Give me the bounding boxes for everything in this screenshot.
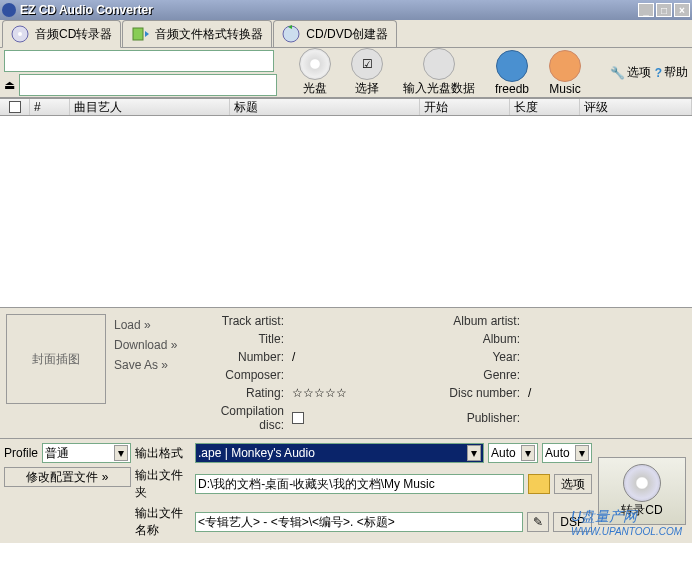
- download-cover-link[interactable]: Download »: [114, 338, 194, 352]
- disc-icon: [623, 464, 661, 502]
- app-icon: [2, 3, 16, 17]
- metadata-panel: 封面插图 Load » Download » Save As » Track a…: [0, 308, 692, 439]
- quality-select-2[interactable]: Auto▾: [542, 443, 592, 463]
- outfilename-input[interactable]: <专辑艺人> - <专辑>\<编号>. <标题>: [195, 512, 523, 532]
- wrench-icon: 🔧: [610, 66, 625, 80]
- chevron-down-icon: ▾: [114, 445, 128, 461]
- input-disc-data-button[interactable]: 输入光盘数据: [403, 48, 475, 97]
- maximize-button[interactable]: □: [656, 3, 672, 17]
- close-button[interactable]: ×: [674, 3, 690, 17]
- burn-icon: [282, 25, 302, 43]
- drive-select-2[interactable]: [19, 74, 277, 96]
- album-label: Album:: [420, 332, 520, 346]
- col-rating[interactable]: 评级: [580, 99, 692, 115]
- col-start[interactable]: 开始: [420, 99, 510, 115]
- filename-edit-button[interactable]: ✎: [527, 512, 549, 532]
- tab-label: CD/DVD创建器: [306, 26, 388, 43]
- col-artist[interactable]: 曲目艺人: [70, 99, 230, 115]
- convert-icon: [131, 25, 151, 43]
- tab-label: 音频文件格式转换器: [155, 26, 263, 43]
- number-label: Number:: [194, 350, 284, 364]
- options-link[interactable]: 🔧 选项: [610, 64, 651, 81]
- label: freedb: [495, 82, 529, 96]
- drive-select[interactable]: [4, 50, 274, 72]
- select-icon: ☑: [351, 48, 383, 80]
- label: Music: [549, 82, 580, 96]
- genre-label: Genre:: [420, 368, 520, 382]
- compilation-check[interactable]: [292, 412, 412, 424]
- publisher-label: Publisher:: [420, 411, 520, 425]
- quality-select-1[interactable]: Auto▾: [488, 443, 538, 463]
- label: 选项: [627, 64, 651, 81]
- saveas-cover-link[interactable]: Save As »: [114, 358, 194, 372]
- col-number[interactable]: #: [30, 99, 70, 115]
- checkbox[interactable]: [9, 101, 21, 113]
- col-title[interactable]: 标题: [230, 99, 420, 115]
- tab-disc-burner[interactable]: CD/DVD创建器: [273, 20, 397, 47]
- discnum-value: /: [528, 386, 648, 400]
- music-icon: [549, 50, 581, 82]
- edit-profile-button[interactable]: 修改配置文件 »: [4, 467, 131, 487]
- col-length[interactable]: 长度: [510, 99, 580, 115]
- discnum-label: Disc number:: [420, 386, 520, 400]
- number-value: /: [292, 350, 412, 364]
- profile-select[interactable]: 普通▾: [42, 443, 131, 463]
- help-link[interactable]: ? 帮助: [655, 64, 688, 81]
- tab-audio-converter[interactable]: 音频文件格式转换器: [122, 20, 272, 47]
- window-title: EZ CD Audio Converter: [20, 3, 636, 17]
- outfolder-input[interactable]: D:\我的文档-桌面-收藏夹\我的文档\My Music: [195, 474, 524, 494]
- rip-label: 转录CD: [621, 502, 662, 519]
- outfolder-label: 输出文件夹: [135, 467, 191, 501]
- load-cover-link[interactable]: Load »: [114, 318, 194, 332]
- composer-label: Composer:: [194, 368, 284, 382]
- folder-options-button[interactable]: 选项: [554, 474, 592, 494]
- albumartist-label: Album artist:: [420, 314, 520, 328]
- label: 输入光盘数据: [403, 80, 475, 97]
- svg-point-1: [18, 32, 22, 36]
- output-panel: Profile 普通▾ 修改配置文件 » 输出格式 .ape | Monkey'…: [0, 439, 692, 543]
- svg-rect-2: [133, 28, 143, 40]
- cover-art[interactable]: 封面插图: [6, 314, 106, 404]
- compilation-label: Compilation disc:: [194, 404, 284, 432]
- disc-button[interactable]: 光盘: [299, 48, 331, 97]
- title-label: Title:: [194, 332, 284, 346]
- label: 光盘: [303, 80, 327, 97]
- freedb-button[interactable]: freedb: [495, 50, 529, 96]
- eject-icon[interactable]: ⏏: [4, 78, 15, 92]
- disc-data-icon: [423, 48, 455, 80]
- select-button[interactable]: ☑ 选择: [351, 48, 383, 97]
- freedb-icon: [496, 50, 528, 82]
- cover-placeholder: 封面插图: [32, 351, 80, 368]
- rip-cd-button[interactable]: 转录CD: [598, 457, 686, 525]
- rating-stars[interactable]: ☆☆☆☆☆: [292, 386, 412, 400]
- format-select[interactable]: .ape | Monkey's Audio▾: [195, 443, 484, 463]
- col-check[interactable]: [0, 99, 30, 115]
- music-button[interactable]: Music: [549, 50, 581, 96]
- browse-folder-button[interactable]: [528, 474, 550, 494]
- year-label: Year:: [420, 350, 520, 364]
- cd-icon: [11, 25, 31, 43]
- outfilename-label: 输出文件名称: [135, 505, 191, 539]
- trackartist-label: Track artist:: [194, 314, 284, 328]
- rating-label: Rating:: [194, 386, 284, 400]
- chevron-down-icon: ▾: [521, 445, 535, 461]
- chevron-down-icon: ▾: [467, 445, 481, 461]
- dsp-button[interactable]: DSP: [553, 512, 592, 532]
- toolbar: ⏏ 光盘 ☑ 选择 输入光盘数据 freedb Music 🔧 选项 ? 帮助: [0, 48, 692, 98]
- profile-label: Profile: [4, 446, 38, 460]
- outformat-label: 输出格式: [135, 445, 191, 462]
- help-icon: ?: [655, 66, 662, 80]
- disc-icon: [299, 48, 331, 80]
- track-grid[interactable]: [0, 116, 692, 308]
- chevron-down-icon: ▾: [575, 445, 589, 461]
- label: 帮助: [664, 64, 688, 81]
- label: 选择: [355, 80, 379, 97]
- tab-label: 音频CD转录器: [35, 26, 112, 43]
- tab-bar: 音频CD转录器 音频文件格式转换器 CD/DVD创建器: [0, 20, 692, 48]
- minimize-button[interactable]: _: [638, 3, 654, 17]
- track-grid-header: # 曲目艺人 标题 开始 长度 评级: [0, 98, 692, 116]
- tab-cd-ripper[interactable]: 音频CD转录器: [2, 20, 121, 48]
